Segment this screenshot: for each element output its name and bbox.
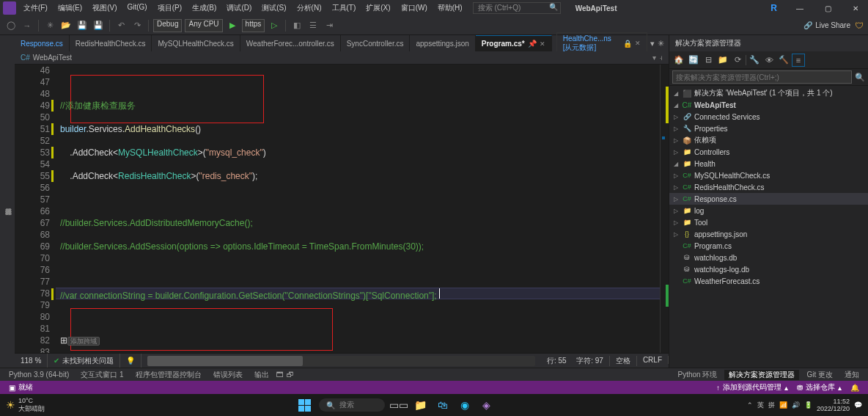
tab-program[interactable]: Program.cs*📌✕	[476, 35, 552, 51]
bottom-tab-output[interactable]: 输出	[250, 370, 273, 380]
tab-overflow-button[interactable]: ▾	[650, 39, 655, 48]
menu-edit[interactable]: 编辑(E)	[54, 1, 87, 15]
window-layout-icon[interactable]: 🗔	[276, 371, 284, 379]
redo-button[interactable]: ↷	[130, 19, 144, 32]
tree-item[interactable]: ▷C#MySQLHealthCheck.cs	[669, 169, 868, 181]
horizontal-scrollbar[interactable]	[147, 356, 535, 366]
start-nodebug-button[interactable]: ▷	[268, 19, 281, 32]
notifications-bell-icon[interactable]: 🔔	[846, 382, 864, 393]
menu-build[interactable]: 生成(B)	[188, 1, 221, 15]
task-view-icon[interactable]: ▭▭	[391, 397, 407, 413]
line-ending[interactable]: CRLF	[637, 356, 669, 364]
ime-lang[interactable]: 英	[757, 401, 764, 410]
menu-tools[interactable]: 工具(T)	[328, 1, 361, 15]
resharper-icon[interactable]: R	[770, 3, 777, 13]
save-all-button[interactable]: 💾	[92, 19, 105, 32]
code-content[interactable]: //添加健康检查服务 builder.Services.AddHealthChe…	[56, 65, 660, 353]
close-icon[interactable]: ✕	[635, 40, 641, 47]
bottom-tab-errors[interactable]: 错误列表	[209, 370, 247, 380]
right-tab-solution-explorer[interactable]: 解决方案资源管理器	[724, 370, 799, 380]
scrollbar-map[interactable]	[660, 65, 669, 353]
bottom-tab-pmc[interactable]: 程序包管理器控制台	[131, 370, 206, 380]
tray-chevron-icon[interactable]: ⌃	[747, 401, 753, 409]
edge-icon[interactable]: ◉	[457, 397, 473, 413]
clock[interactable]: 11:522022/12/20	[817, 398, 850, 412]
visual-studio-icon[interactable]: ◈	[479, 397, 495, 413]
notifications-icon[interactable]: 💬	[854, 401, 862, 409]
indent-mode[interactable]: 空格	[610, 356, 637, 366]
menu-window[interactable]: 窗口(W)	[397, 1, 432, 15]
new-tab-button[interactable]: ✳	[658, 39, 664, 48]
save-button[interactable]: 💾	[76, 19, 89, 32]
tree-item[interactable]: ▷📁log	[669, 205, 868, 216]
undo-button[interactable]: ↶	[114, 19, 128, 32]
breadcrumb-dropdown-icon[interactable]: ▾	[652, 54, 656, 62]
start-debug-button[interactable]: ▶	[226, 19, 239, 32]
tree-item[interactable]: ⛁watchlogs.db	[669, 252, 868, 263]
add-source-control[interactable]: ↑ 添加到源代码管理 ▴	[712, 382, 792, 393]
tab-response[interactable]: Response.cs	[15, 35, 70, 51]
live-share-button[interactable]: 🔗Live Share	[803, 21, 850, 29]
tree-item[interactable]: C#WeatherForecast.cs	[669, 275, 868, 287]
start-button[interactable]	[297, 397, 313, 413]
run-target-combo[interactable]: https	[242, 19, 265, 32]
weather-widget[interactable]: ☀ 10°C大部晴朗	[6, 397, 45, 414]
home-icon[interactable]: 🏠	[672, 54, 685, 67]
battery-icon[interactable]: 🔋	[804, 401, 812, 409]
menu-analyze[interactable]: 分析(N)	[293, 1, 326, 15]
tree-item[interactable]: ▷📁Tool	[669, 216, 868, 228]
sync-icon[interactable]: 🔄	[687, 54, 700, 67]
menu-view[interactable]: 视图(V)	[88, 1, 121, 15]
tab-mysqlhealthcheck[interactable]: MySQLHealthCheck.cs	[152, 35, 240, 51]
menu-extensions[interactable]: 扩展(X)	[361, 1, 394, 15]
preview-icon[interactable]: ≡	[792, 54, 805, 67]
line-col[interactable]: 行: 55 字符: 97	[541, 356, 610, 366]
tree-item[interactable]: ⛁watchlogs-log.db	[669, 263, 868, 275]
wrench-icon[interactable]: 🔨	[777, 54, 790, 67]
tree-item[interactable]: ◢📁Health	[669, 158, 868, 169]
menu-debug[interactable]: 调试(D)	[222, 1, 256, 15]
minimize-button[interactable]: —	[787, 0, 812, 16]
search-icon[interactable]: 🔍	[855, 73, 865, 82]
tab-appsettings[interactable]: appsettings.json	[410, 35, 475, 51]
tree-item[interactable]: ▷C#Response.cs	[669, 193, 868, 205]
solution-root[interactable]: ◢⬛解决方案 'WebApiTest' (1 个项目，共 1 个)	[669, 87, 868, 99]
view-icon[interactable]: 👁	[762, 54, 776, 67]
project-node[interactable]: ◢C#WebApiTest	[669, 99, 868, 111]
properties-icon[interactable]: 🔧	[748, 54, 761, 67]
tb-extra1[interactable]: ◧	[290, 19, 304, 32]
code-editor[interactable]: 46 47 48 49 50 51 52 53 54 55 56 57 66 6…	[15, 65, 669, 353]
maximize-button[interactable]: ▢	[815, 0, 840, 16]
new-item-button[interactable]: ✳	[43, 19, 56, 32]
open-button[interactable]: 📂	[59, 19, 73, 32]
volume-icon[interactable]: 🔊	[792, 401, 800, 409]
window-layout-icon2[interactable]: 🗗	[287, 371, 294, 379]
collapse-icon[interactable]: ⊟	[702, 54, 715, 67]
nav-back-button[interactable]: ◯	[4, 19, 18, 32]
tab-redishealthcheck[interactable]: RedisHealthCheck.cs	[70, 35, 152, 51]
menu-project[interactable]: 项目(P)	[153, 1, 186, 15]
right-tab-python-env[interactable]: Python 环境	[674, 370, 722, 380]
tree-item[interactable]: ▷📁Controllers	[669, 146, 868, 158]
wifi-icon[interactable]: 📶	[779, 401, 787, 409]
store-icon[interactable]: 🛍	[435, 397, 451, 413]
ime-kb[interactable]: 拼	[768, 401, 775, 410]
global-search-input[interactable]: 搜索 (Ctrl+Q) 🔍	[473, 2, 561, 14]
issues-indicator[interactable]: ✔未找到相关问题	[48, 354, 120, 368]
config-combo[interactable]: Debug	[153, 19, 182, 32]
menu-git[interactable]: Git(G)	[122, 1, 151, 15]
breadcrumb-split-icon[interactable]: ⫞	[659, 54, 663, 62]
tree-item[interactable]: ▷C#RedisHealthCheck.cs	[669, 181, 868, 193]
lightbulb-icon[interactable]: 💡	[120, 354, 141, 368]
menu-help[interactable]: 帮助(H)	[433, 1, 467, 15]
tab-synccontroller[interactable]: SyncController.cs	[341, 35, 411, 51]
tb-extra2[interactable]: ☰	[306, 19, 320, 32]
admin-shield-icon[interactable]: 🛡	[855, 21, 864, 31]
right-tab-git-changes[interactable]: Git 更改	[802, 370, 837, 380]
right-tab-notifications[interactable]: 通知	[840, 370, 864, 380]
breadcrumb-file[interactable]: WebApiTest	[33, 54, 72, 62]
tree-item[interactable]: ▷{}appsettings.json	[669, 228, 868, 240]
close-button[interactable]: ✕	[843, 0, 868, 16]
refresh-icon[interactable]: ⟳	[731, 54, 744, 67]
nav-fwd-button[interactable]: →	[21, 19, 34, 32]
